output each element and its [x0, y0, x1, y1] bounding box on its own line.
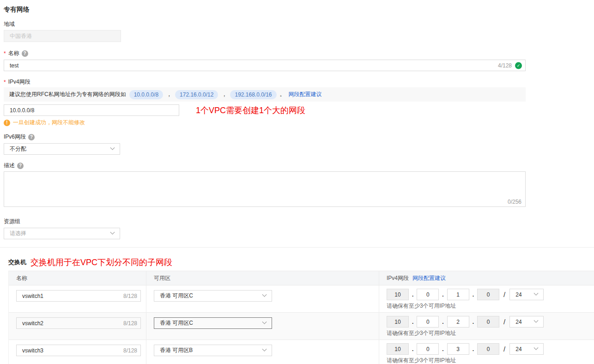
region-label: 地域	[4, 20, 594, 28]
chevron-down-icon	[110, 146, 115, 150]
ipv6-label-text: IPv6网段	[4, 133, 26, 141]
octet-dot: .	[442, 291, 443, 298]
ip-availability-hint: 请确保有至少3个可用IP地址	[387, 357, 594, 364]
vswitch-table-body: 8/128 香港 可用区C . . . / 24	[9, 285, 594, 364]
octet-input-1	[387, 289, 409, 300]
required-asterisk: *	[4, 79, 6, 85]
chevron-down-icon	[534, 318, 539, 323]
description-label-text: 描述	[4, 162, 15, 170]
vswitch-zone-cell: 香港 可用区C	[146, 313, 379, 340]
vswitch-name-counter: 8/128	[123, 293, 137, 299]
zone-select-value: 香港 可用区C	[160, 292, 193, 300]
description-textarea-wrap: 0/256	[4, 171, 526, 207]
description-counter: 0/256	[508, 199, 521, 205]
slash-separator: /	[503, 318, 505, 326]
name-counter: 4/128	[498, 62, 512, 69]
vpc-cidr-annotation: 1个VPC需要创建1个大的网段	[196, 105, 305, 116]
octet-dot: .	[442, 346, 443, 352]
name-input[interactable]	[4, 60, 526, 71]
vswitch-name-input[interactable]	[16, 290, 141, 302]
zone-select[interactable]: 香港 可用区B	[154, 345, 272, 356]
cidr-option-pill[interactable]: 192.168.0.0/16	[230, 90, 276, 99]
vswitch-name-cell: 8/128	[9, 340, 146, 364]
table-cidr-suggestion-link[interactable]: 网段配置建议	[412, 274, 446, 282]
ipv4-label-text: IPv4网段	[8, 78, 30, 86]
section-divider	[0, 247, 594, 248]
vswitch-table-header: 名称 可用区 IPv4网段 网段配置建议	[9, 271, 594, 285]
ipv6-select-value: 不分配	[10, 145, 26, 153]
help-icon[interactable]: ?	[22, 50, 28, 57]
mask-select[interactable]: 24	[509, 289, 544, 300]
resource-group-placeholder: 请选择	[10, 230, 26, 237]
octet-input-3[interactable]	[447, 343, 469, 355]
separator: ，	[221, 91, 227, 98]
cidr-warning: ! 一旦创建成功，网段不能修改	[4, 119, 594, 127]
vswitch-row: 8/128 香港 可用区B . . . / 24	[9, 340, 594, 364]
chevron-down-icon	[534, 346, 539, 350]
vpc-create-form: 专有网络 地域 * 名称 ? 4/128 ✓ * IPv4网段 建议您使用RFC…	[0, 6, 594, 364]
separator: 。	[280, 91, 285, 98]
warning-icon: !	[4, 120, 10, 126]
octet-dot: .	[412, 346, 413, 352]
chevron-down-icon	[262, 292, 267, 297]
zone-select[interactable]: 香港 可用区C	[154, 317, 272, 329]
octet-dot: .	[473, 319, 474, 325]
vswitch-name-counter: 8/128	[123, 320, 137, 327]
description-label: 描述 ?	[4, 162, 594, 170]
vswitch-row: 8/128 香港 可用区C . . . / 24	[9, 285, 594, 313]
octet-dot: .	[412, 319, 413, 325]
col-header-ipv4-text: IPv4网段	[387, 274, 409, 282]
octet-input-4	[477, 343, 499, 355]
resource-group-select[interactable]: 请选择	[4, 228, 120, 239]
mask-select-value: 24	[515, 346, 521, 352]
chevron-down-icon	[262, 320, 267, 324]
chevron-down-icon	[534, 291, 539, 296]
col-header-name: 名称	[9, 271, 146, 285]
zone-select-value: 香港 可用区B	[160, 346, 193, 354]
mask-select[interactable]: 24	[509, 343, 544, 355]
description-textarea[interactable]	[4, 172, 525, 206]
octet-input-3[interactable]	[447, 289, 469, 300]
chevron-down-icon	[262, 347, 267, 352]
ipv4-suggestion-bar: 建议您使用RFC私网地址作为专有网络的网段如 10.0.0.0/8 ， 172.…	[4, 87, 526, 102]
suggestion-prefix: 建议您使用RFC私网地址作为专有网络的网段如	[9, 91, 126, 98]
zone-select[interactable]: 香港 可用区C	[154, 290, 272, 302]
help-icon[interactable]: ?	[28, 134, 35, 140]
octet-input-4	[477, 316, 499, 328]
required-asterisk: *	[4, 50, 6, 57]
octet-input-2[interactable]	[417, 289, 439, 300]
vswitch-ipv4-cell: . . . / 24 请确保有至少3个可用IP地址	[379, 313, 594, 340]
region-input	[4, 30, 121, 42]
ip-availability-hint: 请确保有至少3个可用IP地址	[387, 302, 594, 310]
vswitch-name-cell: 8/128	[9, 313, 146, 340]
octet-input-2[interactable]	[417, 343, 439, 355]
col-header-zone: 可用区	[146, 271, 379, 285]
help-icon[interactable]: ?	[17, 163, 24, 169]
vswitch-name-counter: 8/128	[123, 347, 137, 354]
name-label: * 名称 ?	[4, 49, 594, 57]
vswitch-name-input[interactable]	[16, 317, 141, 329]
vswitch-section-title: 交换机	[8, 258, 26, 267]
ip-availability-hint: 请确保有至少3个可用IP地址	[387, 329, 594, 337]
octet-dot: .	[473, 291, 474, 298]
name-label-text: 名称	[8, 49, 19, 57]
separator: ，	[166, 91, 172, 98]
col-header-ipv4: IPv4网段 网段配置建议	[379, 274, 594, 282]
mask-select[interactable]: 24	[509, 316, 544, 328]
octet-input-3[interactable]	[447, 316, 469, 328]
vswitch-row: 8/128 香港 可用区C . . . / 24	[9, 313, 594, 340]
octet-input-4	[477, 289, 499, 300]
ipv6-select[interactable]: 不分配	[4, 143, 120, 155]
cidr-suggestion-link[interactable]: 网段配置建议	[289, 91, 322, 98]
octet-input-1	[387, 316, 409, 328]
vswitch-name-input[interactable]	[16, 345, 141, 356]
octet-input-2[interactable]	[417, 316, 439, 328]
vswitch-ipv4-cell: . . . / 24 请确保有至少3个可用IP地址	[379, 340, 594, 364]
octet-dot: .	[473, 346, 474, 352]
cidr-option-pill[interactable]: 10.0.0.0/8	[129, 90, 163, 99]
ipv4-cidr-input[interactable]	[4, 104, 179, 116]
resource-group-label: 资源组	[4, 218, 594, 225]
vswitch-ipv4-cell: . . . / 24 请确保有至少3个可用IP地址	[379, 285, 594, 312]
mask-select-value: 24	[515, 291, 521, 298]
cidr-option-pill[interactable]: 172.16.0.0/12	[175, 90, 218, 99]
